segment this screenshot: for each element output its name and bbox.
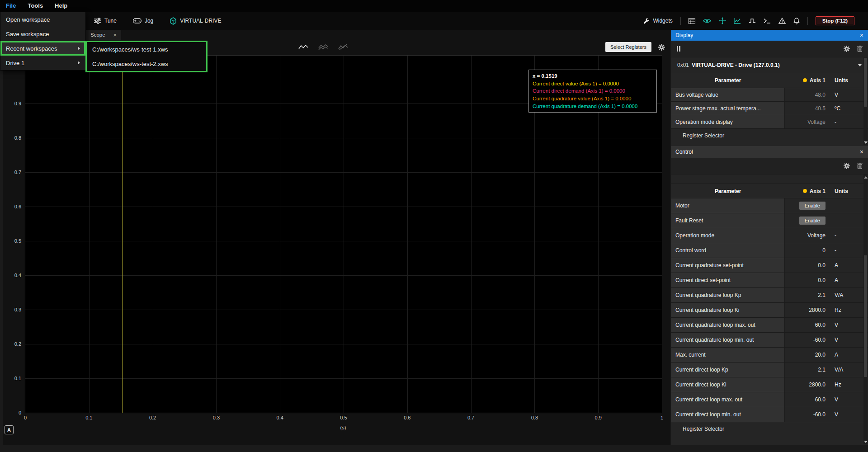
motion-move-icon[interactable] [719, 17, 726, 24]
fault-reset-enable-button[interactable]: Enable [799, 217, 826, 225]
parameter-row: Current quadrature loop max. out60.0V [671, 318, 868, 333]
parameter-name: Current quadrature loop max. out [671, 318, 785, 332]
hide-trace-icon[interactable] [338, 44, 348, 50]
parameter-value[interactable]: 2.1 [785, 288, 831, 302]
motor-enable-button[interactable]: Enable [799, 202, 826, 210]
display-trash-icon[interactable] [857, 46, 863, 52]
annotation-tool-button[interactable]: A [5, 425, 14, 434]
recent-workspace-item[interactable]: C:/workspaces/ws-test-1.xws [87, 42, 206, 56]
control-register-selector-link[interactable]: Register Selector [671, 422, 868, 436]
parameter-value[interactable]: 2800.0 [785, 303, 831, 317]
scroll-down-icon[interactable] [863, 439, 868, 444]
menu-bar: FileToolsHelp [0, 0, 868, 12]
display-register-selector-link[interactable]: Register Selector [671, 129, 868, 142]
parameter-value[interactable]: 60.0 [785, 318, 831, 332]
y-tick-label: 0 [19, 410, 21, 415]
tab-scope[interactable]: Scope × [86, 30, 121, 40]
parameter-row: MotorEnable [671, 198, 868, 213]
control-trash-icon[interactable] [857, 163, 863, 169]
menu-help[interactable]: Help [49, 0, 73, 12]
drive-button[interactable]: VIRTUAL-DRIVE [170, 17, 221, 25]
gridline [25, 172, 662, 173]
parameter-value[interactable]: 0.0 [785, 273, 831, 287]
x-tick-label: 0 [24, 415, 27, 420]
parameter-value: 48.0 [785, 88, 831, 101]
drive-cube-icon [170, 17, 177, 25]
square-wave-icon[interactable] [749, 18, 756, 24]
parameter-value[interactable]: -60.0 [785, 333, 831, 347]
display-panel-header: Display × [671, 30, 868, 41]
gridline [25, 241, 662, 241]
legend-cursor-value: x = 0.1519 [533, 72, 653, 80]
parameter-units: V [831, 322, 863, 328]
select-registers-button[interactable]: Select Registers [605, 42, 651, 52]
parameter-units: A [831, 262, 863, 268]
file-menu-item-drive-1[interactable]: Drive 1 [0, 56, 85, 70]
tune-button[interactable]: Tune [94, 18, 117, 24]
menu-file[interactable]: File [0, 0, 22, 12]
jog-button[interactable]: Jog [133, 18, 153, 24]
stop-button[interactable]: Stop (F12) [816, 16, 854, 25]
app-root: FileToolsHelp Tune Jog VIRTUAL-DRIVE [0, 0, 868, 452]
tab-close-icon[interactable]: × [113, 32, 117, 38]
column-axis: Axis 1 [785, 184, 831, 198]
file-menu-item-save-workspace[interactable]: Save workspace [0, 27, 85, 41]
parameter-row: Operation modeVoltage- [671, 228, 868, 243]
column-parameter: Parameter [671, 77, 785, 84]
scope-settings-gear-icon[interactable] [658, 44, 665, 51]
display-scrollbar[interactable] [863, 57, 868, 145]
parameter-value[interactable]: 60.0 [785, 392, 831, 407]
scroll-down-icon[interactable] [863, 140, 868, 145]
display-drive-selector[interactable]: 0x01VIRTUAL-DRIVE - Drive (127.0.0.1) [671, 57, 868, 73]
y-tick-label: 0.9 [14, 101, 21, 106]
parameter-name: Current quadrature loop min. out [671, 333, 785, 347]
multi-trace-icon[interactable] [318, 44, 328, 50]
pause-icon[interactable] [676, 46, 681, 52]
wrench-icon [643, 18, 650, 24]
parameter-value[interactable]: Voltage [785, 228, 831, 243]
parameter-row: Fault ResetEnable [671, 213, 868, 228]
warning-triangle-icon[interactable] [778, 18, 786, 24]
registers-table-icon[interactable] [689, 18, 695, 24]
menu-tools[interactable]: Tools [22, 0, 49, 12]
watch-eye-icon[interactable] [703, 18, 711, 24]
control-close-icon[interactable]: × [860, 149, 863, 155]
parameter-row: Current direct set-point0.0A [671, 273, 868, 288]
scroll-up-icon[interactable] [863, 174, 868, 180]
drive-label: VIRTUAL-DRIVE [180, 18, 221, 24]
parameter-name: Control word [671, 243, 785, 258]
submenu-arrow-icon [78, 47, 80, 50]
widgets-button[interactable]: Widgets [643, 18, 672, 24]
parameter-value[interactable]: 0.0 [785, 258, 831, 273]
control-scrollbar[interactable] [863, 174, 868, 444]
gridline [89, 56, 90, 413]
parameter-value: Enable [785, 213, 831, 228]
scope-chart-icon[interactable] [734, 18, 741, 24]
display-gear-icon[interactable] [844, 46, 850, 52]
recent-workspace-item[interactable]: C:/workspaces/ws-test-2.xws [87, 56, 206, 71]
control-gear-icon[interactable] [844, 163, 850, 169]
parameter-value[interactable]: 0 [785, 243, 831, 258]
file-menu-item-open-workspace[interactable]: Open workspace [0, 12, 85, 27]
toolbar-separator [680, 17, 681, 25]
notifications-bell-icon[interactable] [793, 18, 800, 24]
y-tick-label: 0.3 [14, 307, 21, 312]
scope-cursor-line[interactable] [122, 56, 123, 413]
file-menu-item-recent-workspaces[interactable]: Recent workspaces [0, 41, 85, 56]
parameter-value[interactable]: 20.0 [785, 348, 831, 362]
x-tick-label: 0.2 [149, 415, 156, 420]
terminal-icon[interactable] [764, 18, 771, 24]
parameter-value[interactable]: -60.0 [785, 407, 831, 422]
display-panel-title: Display [675, 32, 693, 38]
single-trace-icon[interactable] [298, 44, 308, 50]
parameter-value[interactable]: 2.1 [785, 363, 831, 377]
parameter-row: Power stage max. actual tempera...40.5ºC [671, 102, 868, 115]
gridline [25, 275, 662, 276]
chevron-down-icon [858, 64, 862, 66]
parameter-value: 40.5 [785, 102, 831, 115]
display-close-icon[interactable]: × [860, 32, 863, 38]
scrollbar-thumb[interactable] [864, 255, 867, 377]
scope-chart[interactable]: x = 0.1519Current direct value (Axis 1) … [25, 55, 662, 413]
parameter-value[interactable]: 2800.0 [785, 377, 831, 392]
scrollbar-thumb[interactable] [864, 58, 867, 107]
